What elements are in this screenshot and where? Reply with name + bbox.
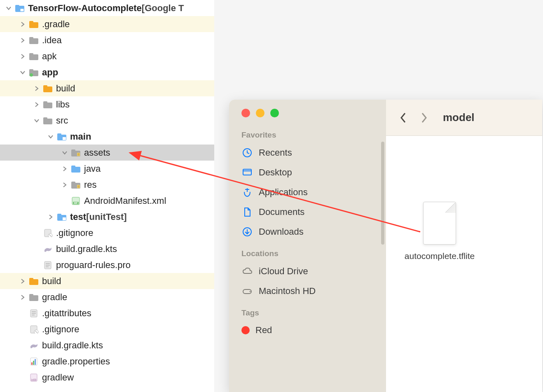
file-item[interactable]: autocomplete.tflite xyxy=(407,202,473,261)
sidebar-item-macintosh-hd[interactable]: Macintosh HD xyxy=(229,281,386,301)
tree-item-label: .gitattributes xyxy=(42,308,91,319)
svg-rect-22 xyxy=(71,149,75,152)
svg-rect-15 xyxy=(43,101,47,104)
tree-item-build-gradle-kts[interactable]: build.gradle.kts xyxy=(0,337,214,353)
sidebar-item-downloads[interactable]: Downloads xyxy=(229,222,386,242)
forward-button[interactable] xyxy=(417,110,431,125)
tree-item-annotation: [Google T xyxy=(142,3,184,14)
sidebar-item-icloud-drive[interactable]: iCloud Drive xyxy=(229,261,386,281)
sidebar-item-label: iCloud Drive xyxy=(259,266,308,277)
svg-rect-61 xyxy=(33,361,34,365)
sidebar-tag-red[interactable]: Red xyxy=(229,321,386,340)
svg-point-71 xyxy=(250,291,250,292)
chevron-down-icon[interactable] xyxy=(62,150,68,156)
sidebar-item-documents[interactable]: Documents xyxy=(229,202,386,222)
tree-item-label: proguard-rules.pro xyxy=(56,260,131,271)
close-window-button[interactable] xyxy=(241,109,250,117)
chevron-down-icon[interactable] xyxy=(48,134,54,140)
tree-item--gitignore[interactable]: .gitignore xyxy=(0,321,214,337)
tree-item-main[interactable]: main xyxy=(0,128,214,145)
chevron-right-icon[interactable] xyxy=(62,166,68,172)
svg-rect-40 xyxy=(63,217,66,220)
svg-rect-1 xyxy=(15,5,19,7)
tree-item-gradlew[interactable]: C++gradlew xyxy=(0,369,214,385)
folder-orange-icon xyxy=(29,20,39,28)
tree-item-label: build xyxy=(42,276,61,287)
folder-resources-icon xyxy=(71,181,81,189)
back-button[interactable] xyxy=(396,110,411,125)
chevron-down-icon[interactable] xyxy=(6,5,12,11)
folder-orange-icon xyxy=(29,277,39,285)
tree-item-java[interactable]: java xyxy=(0,161,214,177)
tree-item-label: java xyxy=(84,163,101,174)
svg-rect-49 xyxy=(29,278,33,280)
tree-item-apk[interactable]: apk xyxy=(0,48,214,64)
sidebar-item-label: Desktop xyxy=(259,167,292,178)
chevron-right-icon[interactable] xyxy=(20,21,26,27)
tree-item-gradle-properties[interactable]: gradle.properties xyxy=(0,353,214,369)
tree-item--gradle[interactable]: .gradle xyxy=(0,16,214,32)
sidebar-item-recents[interactable]: Recents xyxy=(229,143,386,163)
chevron-down-icon[interactable] xyxy=(20,70,26,75)
svg-rect-39 xyxy=(57,214,61,216)
maximize-window-button[interactable] xyxy=(270,109,279,117)
download-icon xyxy=(241,226,253,238)
tree-item-label: res xyxy=(84,180,97,190)
sidebar-item-label: Applications xyxy=(259,187,308,198)
tree-item-src[interactable]: src xyxy=(0,112,214,128)
tree-item-label: .gitignore xyxy=(56,228,94,238)
tree-item-tensorflow-autocomplete[interactable]: TensorFlow-Autocomplete [Google T xyxy=(0,0,214,16)
svg-rect-20 xyxy=(63,137,66,140)
tree-item-assets[interactable]: assets xyxy=(0,145,214,161)
minimize-window-button[interactable] xyxy=(256,109,264,117)
tree-item-libs[interactable]: libs xyxy=(0,96,214,112)
tree-item-proguard-rules-pro[interactable]: proguard-rules.pro xyxy=(0,257,214,273)
chevron-right-icon[interactable] xyxy=(20,294,26,300)
finder-title: model xyxy=(443,111,475,124)
sidebar-item-applications[interactable]: Applications xyxy=(229,182,386,202)
file-dim-icon xyxy=(29,325,39,334)
sidebar-item-desktop[interactable]: Desktop xyxy=(229,163,386,182)
tree-item-build[interactable]: build xyxy=(0,273,214,289)
chevron-right-icon[interactable] xyxy=(20,278,26,284)
sidebar-item-label: Macintosh HD xyxy=(259,286,316,296)
chevron-right-icon[interactable] xyxy=(20,37,26,43)
ide-project-tree: TensorFlow-Autocomplete [Google T.gradle… xyxy=(0,0,214,392)
finder-content[interactable]: autocomplete.tflite xyxy=(386,136,542,392)
sidebar-scrollbar[interactable] xyxy=(381,142,384,245)
tree-item--gitattributes[interactable]: .gitattributes xyxy=(0,305,214,321)
tree-item-label: libs xyxy=(56,99,70,110)
chevron-right-icon[interactable] xyxy=(62,182,68,188)
tree-item-app[interactable]: app xyxy=(0,64,214,80)
folder-gray-icon xyxy=(43,100,53,109)
chevron-right-icon[interactable] xyxy=(20,54,26,59)
chevron-right-icon[interactable] xyxy=(34,86,40,91)
tree-item-gradle[interactable]: gradle xyxy=(0,289,214,305)
gradle-icon xyxy=(43,245,53,253)
tree-item-test[interactable]: test [unitTest] xyxy=(0,209,214,225)
chevron-right-icon[interactable] xyxy=(34,102,40,107)
svg-rect-2 xyxy=(20,9,24,12)
tree-item-label: build xyxy=(56,83,75,94)
tree-item-res[interactable]: res xyxy=(0,177,214,193)
folder-module-icon xyxy=(57,133,67,141)
manifest-icon: MF xyxy=(71,197,81,205)
file-icon xyxy=(43,261,53,269)
tree-item--gitignore[interactable]: .gitignore xyxy=(0,225,214,241)
chevron-right-icon[interactable] xyxy=(48,214,54,220)
svg-rect-6 xyxy=(29,37,33,40)
tree-item-androidmanifest-xml[interactable]: MFAndroidManifest.xml xyxy=(0,193,214,209)
gradle-icon xyxy=(29,341,39,350)
tree-item--idea[interactable]: .idea xyxy=(0,32,214,48)
chevron-down-icon[interactable] xyxy=(34,118,40,124)
tree-item-label: build.gradle.kts xyxy=(42,340,103,351)
tree-item-label: .idea xyxy=(42,35,62,46)
tree-item-build-gradle-kts[interactable]: build.gradle.kts xyxy=(0,241,214,257)
shell-icon: C++ xyxy=(29,373,39,382)
properties-icon xyxy=(29,357,39,366)
svg-rect-28 xyxy=(71,166,75,168)
tree-item-build[interactable]: build xyxy=(0,80,214,96)
sidebar-item-label: Documents xyxy=(259,207,304,217)
sidebar-item-label: Red xyxy=(255,325,272,336)
tree-item-label: .gitignore xyxy=(42,324,80,335)
